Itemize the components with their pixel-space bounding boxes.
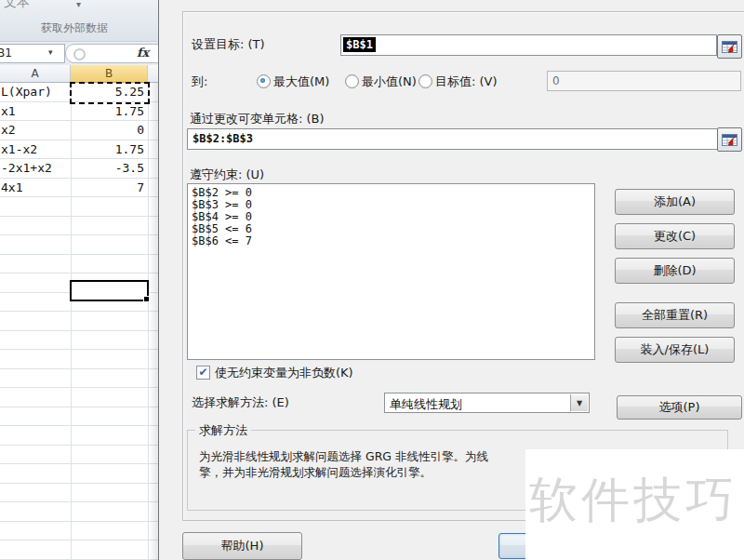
column-header-a[interactable]: A	[0, 65, 71, 83]
dialog-shadow	[149, 83, 158, 560]
objective-input[interactable]: $B$1	[340, 34, 717, 56]
set-objective-label: 设置目标: (T)	[192, 36, 265, 53]
variable-cells-range-picker-button[interactable]	[717, 127, 742, 152]
objective-range-picker-button[interactable]	[717, 34, 742, 59]
sheet-row[interactable]: x20	[0, 121, 160, 140]
options-button[interactable]: 选项(P)	[617, 395, 742, 420]
non-negative-checkbox[interactable]: ✔	[196, 366, 210, 380]
radio-value-of[interactable]	[418, 74, 432, 88]
cell-a-label[interactable]: L(Xpar)	[0, 83, 69, 101]
load-save-button[interactable]: 装入/保存(L)	[615, 337, 735, 363]
constraints-listbox[interactable]: $B$2 >= 0$B$3 >= 0$B$4 >= 0$B$5 <= 6$B$6…	[187, 183, 595, 360]
formula-input[interactable]: fx	[65, 44, 164, 63]
fx-icon[interactable]: fx	[137, 46, 149, 60]
cell-a-label[interactable]: x2	[0, 121, 69, 140]
cell-a-label[interactable]: 4x1	[0, 179, 69, 197]
by-changing-label: 通过更改可变单元格: (B)	[190, 111, 325, 127]
name-box-caret-icon[interactable]: ▾	[48, 47, 53, 57]
non-negative-checkbox-label[interactable]: 使无约束变量为非负数(K)	[215, 365, 353, 381]
radio-value-label[interactable]: 目标值: (V)	[435, 73, 498, 90]
objective-value: $B$1	[343, 37, 376, 52]
ribbon-format-label: 文本	[4, 0, 30, 11]
solving-method-title: 求解方法	[195, 422, 251, 439]
selected-cell-b7[interactable]	[70, 280, 149, 301]
column-header-b[interactable]: B	[71, 65, 148, 83]
sheet-row[interactable]: x11.75	[0, 102, 160, 121]
cell-b-value[interactable]: 7	[71, 179, 144, 197]
radio-min[interactable]	[345, 74, 359, 88]
to-label: 到:	[192, 73, 207, 90]
constraint-item[interactable]: $B$6 <= 7	[192, 235, 591, 247]
formula-bar: B1 ▾ fx	[0, 42, 160, 66]
radio-max-label[interactable]: 最大值(M)	[273, 73, 329, 90]
solving-method-desc-line2: 擎，并为非光滑规划求解问题选择演化引擎。	[199, 465, 432, 481]
method-label: 选择求解方法: (E)	[192, 394, 289, 411]
column-headers: A B	[0, 65, 160, 83]
cell-a-label[interactable]: x1-x2	[0, 140, 69, 159]
change-button[interactable]: 更改(C)	[615, 223, 735, 249]
watermark-text: 软件技巧	[529, 468, 737, 533]
radio-max[interactable]	[257, 74, 271, 88]
method-dropdown[interactable]: 单纯线性规划 ▼	[384, 393, 590, 413]
ribbon-group-label: 获取外部数据	[0, 20, 149, 36]
sheet-row[interactable]: x1-x21.75	[0, 140, 160, 159]
cell-a-label[interactable]: x1	[0, 102, 69, 121]
reset-all-button[interactable]: 全部重置(R)	[615, 302, 735, 328]
sheet-grid[interactable]: L(Xpar)5.25x11.75x20x1-x21.75-2x1+x2-3.5…	[0, 83, 160, 560]
cell-b-value[interactable]: 1.75	[71, 140, 144, 159]
copy-marquee-b1	[70, 82, 150, 104]
name-box[interactable]: B1	[0, 44, 65, 63]
excel-pane: 文本 ▾ 获取外部数据 B1 ▾ fx A B L(Xpar)5.25x11.7…	[0, 0, 160, 560]
sheet-row[interactable]: -2x1+x2-3.5	[0, 159, 160, 178]
range-selector-icon	[722, 41, 737, 53]
help-button[interactable]: 帮助(H)	[182, 532, 302, 560]
solving-method-desc-line1: 为光滑非线性规划求解问题选择 GRG 非线性引擎。为线	[199, 449, 488, 465]
watermark-overlay: 软件技巧	[525, 449, 744, 560]
target-value-field: 0	[547, 71, 741, 91]
ribbon-strip: 文本 ▾ 获取外部数据	[0, 0, 160, 42]
variable-cells-input[interactable]: $B$2:$B$3	[187, 128, 720, 150]
cell-b-value[interactable]: -3.5	[71, 159, 144, 178]
sheet-row[interactable]: 4x17	[0, 179, 160, 197]
cell-b-value[interactable]: 1.75	[71, 102, 144, 121]
constraints-label: 遵守约束: (U)	[190, 167, 264, 183]
cell-b-value[interactable]: 0	[71, 121, 144, 140]
delete-button[interactable]: 删除(D)	[615, 258, 735, 284]
formula-bar-circle-icon	[73, 48, 86, 60]
method-value: 单纯线性规划	[390, 396, 462, 413]
radio-min-label[interactable]: 最小值(N)	[362, 73, 417, 90]
cell-a-label[interactable]: -2x1+x2	[0, 159, 69, 178]
combo-arrow-icon[interactable]: ▼	[570, 394, 588, 411]
add-button[interactable]: 添加(A)	[615, 189, 735, 215]
chevron-down-icon[interactable]: ▾	[76, 0, 81, 9]
range-selector-icon	[722, 134, 737, 146]
